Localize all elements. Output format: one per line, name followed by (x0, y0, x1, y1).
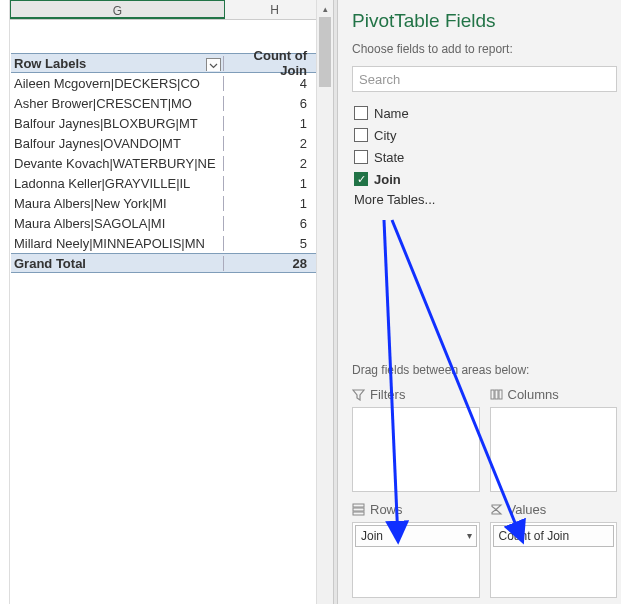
filters-dropzone[interactable] (352, 407, 480, 492)
columns-label: Columns (508, 387, 559, 402)
field-label: Name (374, 106, 409, 121)
pivot-fields-pane: PivotTable Fields Choose fields to add t… (338, 0, 621, 604)
pivot-data-row: Devante Kovach|WATERBURY|NE2 (11, 153, 333, 173)
filters-label: Filters (370, 387, 405, 402)
scroll-up-button[interactable]: ▴ (317, 0, 333, 17)
pivot-header-label[interactable]: Row Labels (11, 56, 224, 71)
columns-header: Columns (490, 383, 618, 405)
drag-instructions: Drag fields between areas below: (352, 363, 617, 377)
pivot-cell-value[interactable]: 4 (224, 76, 313, 91)
columns-area: Columns (490, 383, 618, 492)
pivot-data-row: Maura Albers|New York|MI1 (11, 193, 333, 213)
filters-header: Filters (352, 383, 480, 405)
pivot-data-row: Balfour Jaynes|OVANDO|MT2 (11, 133, 333, 153)
pane-subtitle: Choose fields to add to report: (352, 42, 617, 56)
row-labels-dropdown[interactable] (206, 58, 221, 71)
values-item-label: Count of Join (499, 529, 570, 543)
grand-total-value[interactable]: 28 (224, 256, 313, 271)
columns-icon (490, 388, 503, 401)
rows-header: Rows (352, 498, 480, 520)
pivot-cell-label[interactable]: Maura Albers|New York|MI (11, 196, 224, 211)
values-dropzone[interactable]: Count of Join (490, 522, 618, 598)
values-item-count[interactable]: Count of Join (493, 525, 615, 547)
pivot-data-row: Aileen Mcgovern|DECKERS|CO4 (11, 73, 333, 93)
field-row-join[interactable]: ✓Join (352, 168, 617, 190)
pivot-cell-label[interactable]: Asher Brower|CRESCENT|MO (11, 96, 224, 111)
values-header: Values (490, 498, 618, 520)
checkbox[interactable]: ✓ (354, 172, 368, 186)
checkbox[interactable] (354, 128, 368, 142)
field-row-name[interactable]: Name (352, 102, 617, 124)
pivot-header-value[interactable]: Count of Join (224, 48, 313, 78)
rows-area: Rows Join ▾ (352, 498, 480, 598)
pivot-table: Row Labels Count of Join Aileen Mcgovern… (11, 53, 333, 273)
pivot-cell-value[interactable]: 6 (224, 96, 313, 111)
chevron-down-icon: ▾ (467, 530, 472, 541)
filters-area: Filters (352, 383, 480, 492)
drop-areas: Filters Columns Rows Join (352, 383, 617, 604)
field-label: State (374, 150, 404, 165)
pivot-cell-label[interactable]: Millard Neely|MINNEAPOLIS|MN (11, 236, 224, 251)
svg-rect-1 (495, 390, 498, 399)
svg-rect-0 (491, 390, 494, 399)
field-list: NameCityState✓Join (352, 102, 617, 190)
field-label: Join (374, 172, 401, 187)
svg-rect-5 (353, 512, 364, 515)
grand-total-row: Grand Total 28 (11, 253, 333, 273)
pivot-header-row: Row Labels Count of Join (11, 53, 333, 73)
field-label: City (374, 128, 396, 143)
rows-icon (352, 503, 365, 516)
pivot-data-row: Ladonna Keller|GRAYVILLE|IL1 (11, 173, 333, 193)
worksheet: G H Row Labels Count of Join Aileen Mcgo… (0, 0, 333, 604)
pivot-cell-label[interactable]: Balfour Jaynes|OVANDO|MT (11, 136, 224, 151)
checkbox[interactable] (354, 150, 368, 164)
pivot-cell-value[interactable]: 1 (224, 116, 313, 131)
pivot-cell-label[interactable]: Ladonna Keller|GRAYVILLE|IL (11, 176, 224, 191)
pivot-cell-value[interactable]: 5 (224, 236, 313, 251)
svg-rect-3 (353, 504, 364, 507)
sigma-icon (490, 503, 503, 516)
pivot-data-row: Asher Brower|CRESCENT|MO6 (11, 93, 333, 113)
search-placeholder: Search (359, 72, 400, 87)
column-header-h[interactable]: H (225, 0, 325, 19)
pivot-data-row: Maura Albers|SAGOLA|MI6 (11, 213, 333, 233)
vertical-scrollbar[interactable]: ▴ (316, 0, 333, 604)
column-headers: G H (10, 0, 333, 20)
row-header-gutter (0, 0, 10, 604)
column-header-g[interactable]: G (10, 0, 225, 19)
rows-item-join[interactable]: Join ▾ (355, 525, 477, 547)
pane-title: PivotTable Fields (352, 10, 617, 32)
chevron-down-icon (209, 61, 218, 70)
columns-dropzone[interactable] (490, 407, 618, 492)
more-tables-link[interactable]: More Tables... (352, 192, 617, 207)
field-row-city[interactable]: City (352, 124, 617, 146)
pivot-cell-value[interactable]: 2 (224, 136, 313, 151)
pivot-cell-value[interactable]: 1 (224, 196, 313, 211)
svg-rect-2 (499, 390, 502, 399)
rows-label: Rows (370, 502, 403, 517)
rows-dropzone[interactable]: Join ▾ (352, 522, 480, 598)
rows-item-label: Join (361, 529, 383, 543)
pivot-cell-label[interactable]: Aileen Mcgovern|DECKERS|CO (11, 76, 224, 91)
field-row-state[interactable]: State (352, 146, 617, 168)
grand-total-label[interactable]: Grand Total (11, 256, 224, 271)
pivot-data-row: Balfour Jaynes|BLOXBURG|MT1 (11, 113, 333, 133)
scroll-thumb[interactable] (319, 17, 331, 87)
svg-rect-4 (353, 508, 364, 511)
row-labels-text: Row Labels (14, 56, 86, 71)
pivot-cell-value[interactable]: 1 (224, 176, 313, 191)
filter-icon (352, 388, 365, 401)
pivot-cell-label[interactable]: Balfour Jaynes|BLOXBURG|MT (11, 116, 224, 131)
pivot-cell-value[interactable]: 6 (224, 216, 313, 231)
values-area: Values Count of Join (490, 498, 618, 598)
values-label: Values (508, 502, 547, 517)
checkbox[interactable] (354, 106, 368, 120)
pivot-cell-value[interactable]: 2 (224, 156, 313, 171)
pivot-cell-label[interactable]: Devante Kovach|WATERBURY|NE (11, 156, 224, 171)
pivot-data-row: Millard Neely|MINNEAPOLIS|MN5 (11, 233, 333, 253)
field-search-input[interactable]: Search (352, 66, 617, 92)
pivot-cell-label[interactable]: Maura Albers|SAGOLA|MI (11, 216, 224, 231)
